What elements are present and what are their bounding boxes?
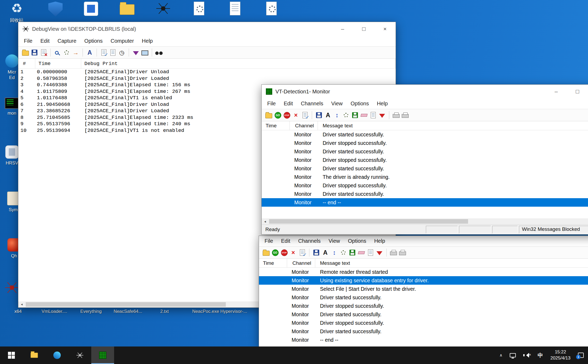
menu-channels[interactable]: Channels — [297, 101, 327, 107]
open-log-icon[interactable] — [21, 48, 30, 57]
speaker-muted-icon[interactable]: × — [523, 353, 530, 358]
desktop-file-label[interactable]: NeacSafe64... — [114, 309, 142, 314]
highlight-icon[interactable]: A — [85, 48, 94, 57]
monitor-log-row[interactable]: MonitorThe driver is already running. — [262, 173, 588, 181]
tray-expand-icon[interactable]: ∧ — [499, 353, 502, 358]
start-button[interactable] — [0, 346, 23, 364]
debug-log-row[interactable]: 10.00000000[2025ACE_Final]Driver Unload — [18, 69, 396, 75]
options-icon[interactable] — [339, 248, 348, 257]
ime-indicator[interactable]: 中 — [538, 352, 543, 359]
menu-help[interactable]: Help — [370, 238, 389, 244]
column-header-time[interactable]: Time — [262, 121, 290, 130]
print-icon[interactable] — [392, 110, 401, 120]
monitor-log-row[interactable]: MonitorDriver stopped successfully. — [262, 139, 588, 147]
desktop-icon-shield[interactable] — [44, 2, 67, 16]
clock-icon[interactable]: ◷ — [117, 48, 126, 57]
minimize-button[interactable]: – — [546, 85, 567, 98]
desktop-file-label[interactable]: 2.txt — [160, 309, 169, 314]
network-display-icon[interactable] — [510, 353, 516, 357]
desktop-icon-folder[interactable] — [115, 2, 139, 15]
capture-win32-icon[interactable] — [108, 48, 117, 57]
passthrough-icon[interactable]: → — [71, 48, 80, 57]
monitor-log-row[interactable]: MonitorSelect File | Start Driver to sta… — [259, 285, 588, 293]
monitor-log-row-selected[interactable]: Monitor-- end -- — [262, 198, 588, 207]
menu-options[interactable]: Options — [347, 101, 373, 107]
debug-log-row[interactable]: 20.58796358[2025ACE_Final]Driver Loaded — [18, 75, 396, 82]
stop-icon[interactable] — [280, 248, 289, 257]
desktop-icon-recycle-bin[interactable]: ♻ 回收站 — [5, 1, 29, 23]
options-icon[interactable] — [341, 110, 351, 120]
save-config-icon[interactable] — [351, 110, 360, 120]
scrollbar-track[interactable] — [269, 218, 588, 224]
format-icon[interactable] — [369, 110, 378, 120]
filter-icon[interactable] — [131, 48, 140, 57]
go-icon[interactable] — [271, 248, 280, 257]
desktop-icon-settings-file-2[interactable] — [260, 2, 283, 15]
capture-kernel-icon[interactable] — [99, 48, 108, 57]
monitor-log-row[interactable]: MonitorDriver started successfully. — [259, 310, 588, 319]
monitor-log-row[interactable]: MonitorDriver stopped successfully. — [262, 156, 588, 164]
menu-view[interactable]: View — [327, 101, 347, 107]
filter-icon[interactable] — [375, 248, 384, 257]
desktop-file-label[interactable]: NeacPoc.exe Hypervisor-... — [192, 309, 247, 314]
debugview-titlebar[interactable]: DebugView on \\DESKTOP-DLBRLIS (local) –… — [18, 22, 396, 36]
menu-options[interactable]: Options — [80, 38, 107, 44]
taskbar-debugview[interactable] — [68, 346, 91, 364]
column-header-time[interactable]: Time — [259, 259, 287, 267]
column-header-message-text[interactable]: Message text — [318, 121, 588, 130]
monitor-log-row[interactable]: MonitorDriver started successfully. — [259, 327, 588, 336]
notification-center-icon[interactable]: 1 — [578, 353, 584, 358]
desktop-file-label[interactable]: x64 — [14, 309, 21, 314]
menu-help[interactable]: Help — [373, 101, 392, 107]
monitor-log-row[interactable]: Monitor-- end -- — [259, 336, 588, 344]
delete-icon[interactable]: × — [289, 248, 298, 257]
menu-help[interactable]: Help — [138, 38, 157, 44]
taskbar-edge[interactable] — [46, 346, 68, 364]
menu-computer[interactable]: Computer — [107, 38, 138, 44]
capture-icon[interactable] — [62, 48, 71, 57]
go-icon[interactable] — [273, 110, 282, 120]
menu-channels[interactable]: Channels — [294, 238, 325, 244]
monitor-log-row[interactable]: MonitorRemote reader thread started — [259, 268, 588, 276]
menu-capture[interactable]: Capture — [54, 38, 80, 44]
monitor-log-row[interactable]: MonitorDriver stopped successfully. — [259, 302, 588, 310]
scrollbar-thumb[interactable] — [26, 302, 226, 307]
column-header-time[interactable]: Time — [35, 59, 81, 68]
column-header-channel[interactable]: Channel — [287, 259, 315, 267]
font-icon[interactable]: A — [323, 110, 332, 120]
monitor-log-row[interactable]: MonitorDriver started successfully. — [262, 164, 588, 173]
filter-icon[interactable] — [378, 110, 387, 120]
font-icon[interactable]: A — [321, 248, 330, 257]
taskbar-file-explorer[interactable] — [23, 346, 46, 364]
minimize-button[interactable]: – — [332, 22, 353, 36]
column-header-debug-print[interactable]: Debug Print — [81, 59, 396, 68]
monitor-log-row[interactable]: MonitorDriver started successfully. — [262, 147, 588, 156]
scrollbar-thumb[interactable] — [269, 219, 468, 224]
desktop-icon-app[interactable] — [79, 2, 103, 16]
horizontal-scrollbar[interactable]: ◄ ► — [262, 218, 588, 224]
autoscroll-icon[interactable]: ↕ — [330, 248, 339, 257]
stop-icon[interactable] — [282, 110, 291, 120]
monitor-log-row[interactable]: MonitorDriver started successfully. — [259, 293, 588, 302]
monitor-log-row[interactable]: MonitorDriver stopped successfully. — [259, 319, 588, 327]
properties-icon[interactable] — [300, 110, 309, 120]
save-config-icon[interactable] — [348, 248, 357, 257]
desktop-file-label[interactable]: VmLoader.... — [42, 309, 67, 314]
maximize-button[interactable]: □ — [353, 22, 374, 36]
open-icon[interactable] — [264, 110, 273, 120]
desktop-icon-document[interactable] — [223, 2, 247, 15]
print-preview-icon[interactable] — [401, 110, 410, 120]
properties-icon[interactable] — [298, 248, 307, 257]
monitor-filter-icon[interactable] — [140, 48, 149, 57]
close-button[interactable]: × — [374, 22, 396, 36]
menu-edit[interactable]: Edit — [36, 38, 53, 44]
monitor1-titlebar[interactable]: VT-Detection1- Monitor –□× — [262, 85, 588, 98]
column-header-channel[interactable]: Channel — [290, 121, 318, 130]
clear-icon[interactable] — [360, 110, 369, 120]
menu-file[interactable]: File — [263, 101, 280, 107]
scroll-left-icon[interactable]: ◄ — [18, 303, 25, 306]
menu-options[interactable]: Options — [344, 238, 370, 244]
format-icon[interactable] — [366, 248, 375, 257]
menu-file[interactable]: File — [261, 238, 277, 244]
desktop-icon-settings-file[interactable] — [187, 2, 211, 15]
